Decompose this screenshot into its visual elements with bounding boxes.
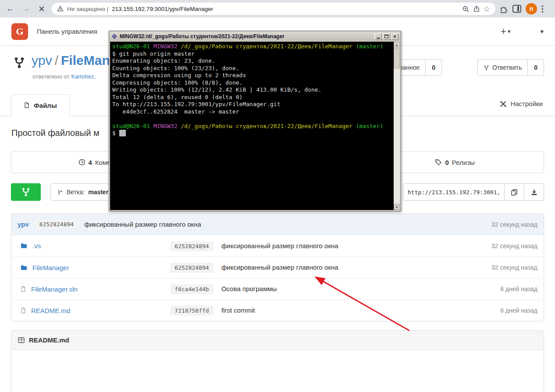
close-button[interactable]: ×: [391, 33, 398, 40]
forked-from-label: ответвлено от Kartohez,: [32, 73, 96, 80]
bookmark-star-icon[interactable]: ☆: [484, 4, 490, 14]
terminal-window: MINGW32:/d/_gogs/Работы студентов/2021-2…: [109, 31, 401, 211]
file-link[interactable]: .vs: [32, 242, 41, 249]
scroll-up-arrow-icon[interactable]: ▲: [394, 42, 400, 48]
terminal-line: Compressing objects: 100% (8/8), done.: [112, 79, 398, 87]
forward-button[interactable]: →: [20, 4, 32, 14]
gogs-logo[interactable]: G: [11, 23, 28, 40]
latest-commit-row: ypv 6252824894 фиксированный размер глав…: [11, 214, 544, 235]
repo-owner-link[interactable]: ypv: [32, 53, 52, 68]
share-icon[interactable]: [473, 5, 480, 12]
commit-message-link[interactable]: фиксированный размер главного окна: [221, 264, 338, 271]
user-menu-button[interactable]: ▾: [540, 28, 544, 36]
back-button[interactable]: ←: [4, 4, 16, 14]
file-row: .vs6252824894фиксированный размер главно…: [11, 235, 544, 257]
folder-icon: [20, 264, 28, 271]
fork-count[interactable]: 0: [528, 59, 544, 76]
commit-age: 32 секунд назад: [463, 264, 537, 271]
address-bar[interactable]: Не защищено | 213.155.192.79:3001/ypv/Fi…: [52, 3, 495, 15]
file-rows: .vs6252824894фиксированный размер главно…: [11, 235, 544, 321]
stop-button[interactable]: ✕: [36, 4, 47, 14]
terminal-line: [112, 115, 398, 123]
compare-fork-button[interactable]: [11, 183, 41, 201]
readme-section: README.md: [11, 330, 544, 392]
clone-url-group: [403, 183, 544, 201]
commit-hash-badge[interactable]: 7218758ffd: [170, 306, 213, 316]
not-secure-warning-icon: [57, 6, 64, 12]
book-icon: [18, 337, 25, 344]
file-row: FileManager.slnf6ca4e144bОсова программы…: [11, 278, 544, 299]
terminal-line: Writing objects: 100% (12/12), 2.42 KiB …: [112, 86, 398, 94]
terminal-scrollbar[interactable]: ▲ ▼: [394, 42, 400, 210]
create-new-button[interactable]: +▾: [501, 26, 510, 37]
download-button[interactable]: [524, 183, 544, 201]
commit-message-link[interactable]: first commit: [221, 306, 255, 314]
file-tab-icon: [24, 102, 30, 109]
maximize-button[interactable]: [383, 33, 390, 40]
terminal-line: Enumerating objects: 23, done.: [112, 57, 398, 65]
tag-icon: [435, 159, 442, 166]
commit-hash-badge[interactable]: f6ca4e144b: [170, 284, 213, 294]
terminal-line: Delta compression using up to 2 threads: [112, 72, 398, 79]
browser-toolbar: ← → ✕ Не защищено | 213.155.192.79:3001/…: [0, 0, 555, 18]
commit-message-link[interactable]: Осова программы: [221, 285, 277, 292]
terminal-line: Total 12 (delta 6), reused 0 (delta 0): [112, 94, 398, 101]
commit-message-link[interactable]: фиксированный размер главного окна: [221, 242, 338, 249]
copy-url-button[interactable]: [505, 183, 524, 201]
file-row: FileManager6252824894фиксированный разме…: [11, 257, 544, 278]
terminal-line: To http://213.155.192.79:3001/ypv/FileMa…: [112, 101, 398, 108]
commit-hash-badge[interactable]: 6252824894: [35, 219, 78, 229]
extensions-icon[interactable]: [500, 5, 508, 13]
terminal-line: $: [112, 130, 398, 137]
chevron-down-icon: ▾: [508, 28, 511, 35]
terminal-line: stud@N26-01 MINGW32 /d/_gogs/Работы студ…: [112, 43, 398, 50]
commit-hash-badge[interactable]: 6252824894: [170, 263, 213, 273]
repo-fork-icon: [13, 56, 25, 70]
scrollbar-thumb[interactable]: [394, 48, 400, 68]
star-count[interactable]: 0: [426, 59, 442, 76]
commit-age: 32 секунд назад: [491, 221, 537, 228]
browser-menu-button[interactable]: [541, 5, 544, 13]
commit-hash-badge[interactable]: 6252824894: [170, 241, 213, 251]
clone-url-input[interactable]: [403, 183, 505, 201]
readme-header: README.md: [11, 331, 544, 350]
file-link[interactable]: FileManager: [32, 264, 69, 271]
scroll-down-arrow-icon[interactable]: ▼: [394, 204, 400, 210]
file-row: README.md7218758ffdfirst commit6 дней на…: [11, 299, 544, 321]
settings-tools-icon: [500, 100, 507, 107]
terminal-line: $ git push origin master: [112, 50, 398, 58]
file-link[interactable]: FileManager.sln: [31, 285, 78, 293]
commit-message-link[interactable]: фиксированный размер главного окна: [84, 221, 201, 228]
tab-files[interactable]: Файлы: [11, 94, 70, 116]
fork-button-group: Ответвить 0: [477, 59, 544, 76]
branch-icon: [57, 189, 63, 196]
url-text: 213.155.192.79:3001/ypv/FileManager: [112, 6, 213, 12]
readme-body: [11, 350, 544, 392]
terminal-body[interactable]: stud@N26-01 MINGW32 /d/_gogs/Работы студ…: [110, 42, 400, 210]
zoom-icon[interactable]: [462, 5, 470, 13]
readme-title: README.md: [29, 336, 69, 344]
side-panel-icon[interactable]: [512, 5, 521, 13]
commit-age: 6 дней назад: [463, 285, 537, 292]
tab-settings[interactable]: Настройки: [500, 100, 543, 107]
file-table: ypv 6252824894 фиксированный размер глав…: [11, 214, 544, 321]
terminal-line: Counting objects: 100% (23/23), done.: [112, 65, 398, 72]
profile-avatar[interactable]: n: [526, 3, 537, 14]
commit-age: 32 секунд назад: [463, 242, 537, 249]
terminal-titlebar[interactable]: MINGW32:/d/_gogs/Работы студентов/2021-2…: [110, 32, 400, 41]
terminal-title: MINGW32:/d/_gogs/Работы студентов/2021-2…: [120, 33, 285, 39]
file-icon: [20, 285, 26, 292]
minimize-button[interactable]: [374, 33, 382, 40]
git-bash-window-icon: [111, 33, 117, 39]
commit-age: 6 дней назад: [463, 307, 537, 314]
file-link[interactable]: README.md: [31, 307, 70, 314]
fork-icon: [484, 64, 489, 71]
fork-button[interactable]: Ответвить: [477, 59, 528, 76]
terminal-line: e4de3cf..6252824 master -> master: [112, 108, 398, 116]
forked-from-link[interactable]: Kartohez,: [71, 73, 96, 80]
folder-icon: [20, 242, 28, 249]
nav-dashboard-link[interactable]: Панель управления: [37, 28, 97, 35]
repo-description: Простой файловый м: [11, 128, 100, 138]
file-icon: [20, 307, 26, 314]
commit-author-link[interactable]: ypv: [18, 221, 29, 228]
